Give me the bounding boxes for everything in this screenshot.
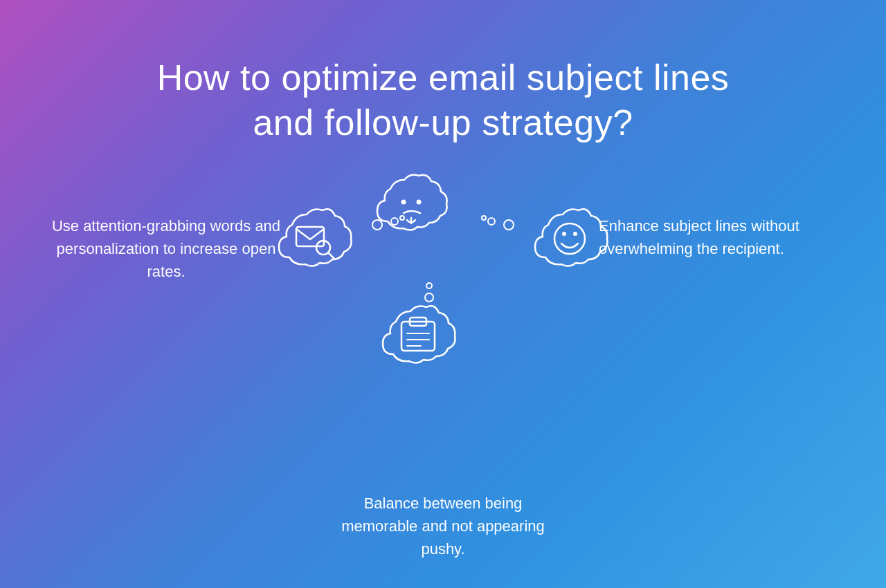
svg-point-8	[426, 283, 432, 288]
icons-area	[270, 166, 616, 429]
svg-point-15	[573, 232, 577, 236]
svg-point-2	[372, 220, 382, 230]
svg-point-14	[562, 232, 566, 236]
title-line2: and follow-up strategy?	[253, 102, 633, 143]
decorative-dots-right	[481, 214, 516, 238]
happy-face-icon	[533, 201, 609, 279]
right-description: Enhance subject lines without overwhelmi…	[599, 214, 848, 260]
svg-point-4	[400, 216, 404, 220]
content-area: Use attention-grabbing words and persona…	[0, 159, 886, 588]
svg-point-0	[401, 200, 406, 205]
decorative-dots-left	[370, 214, 405, 238]
svg-point-1	[417, 200, 422, 205]
page-title: How to optimize email subject lines and …	[157, 55, 730, 145]
left-description: Use attention-grabbing words and persona…	[42, 214, 291, 283]
title-line1: How to optimize email subject lines	[157, 57, 730, 98]
svg-point-7	[482, 216, 486, 220]
svg-point-13	[554, 223, 585, 254]
title-area: How to optimize email subject lines and …	[88, 55, 799, 145]
bottom-description: Balance between being memorable and not …	[325, 492, 561, 560]
svg-point-3	[391, 218, 398, 225]
svg-point-5	[504, 220, 514, 230]
notebook-icon	[381, 297, 457, 376]
svg-point-6	[488, 218, 495, 225]
email-search-icon	[277, 201, 353, 279]
main-container: How to optimize email subject lines and …	[0, 0, 886, 588]
svg-rect-10	[296, 227, 324, 246]
svg-line-12	[328, 252, 334, 258]
